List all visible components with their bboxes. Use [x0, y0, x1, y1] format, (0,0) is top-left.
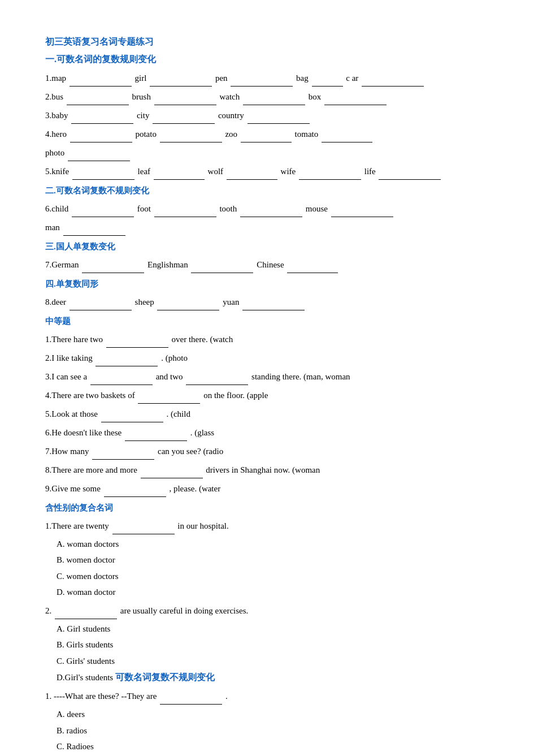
blank-sheep[interactable] [157, 300, 219, 310]
blank-zoo[interactable] [241, 132, 292, 142]
blank-photo[interactable] [68, 151, 130, 161]
blank-pen[interactable] [231, 76, 293, 87]
row3-country: country [218, 111, 244, 120]
blank-wife[interactable] [299, 170, 361, 180]
blank-man[interactable] [63, 226, 125, 236]
row7-german: 7.German [45, 260, 79, 269]
row6-mouse: mouse [306, 204, 328, 213]
blank-tooth[interactable] [240, 207, 302, 217]
blank-map[interactable] [70, 76, 132, 87]
blank-german[interactable] [82, 263, 144, 273]
gender2-d-text: D.Girl's students [57, 673, 115, 682]
row1-girl: girl [135, 74, 147, 83]
mid9-text: 9.Give me some [45, 484, 103, 493]
row5-life: life [364, 167, 376, 176]
main-title: 初三英语复习名词专题练习 [45, 34, 489, 50]
gender2-q-line: 2. are usually careful in doing exercise… [45, 602, 489, 619]
blank-child[interactable] [72, 207, 134, 217]
row2-brush: brush [132, 92, 151, 101]
blank-mid5[interactable] [101, 412, 163, 422]
gender1-a: A. woman doctors [57, 536, 489, 552]
row6-line: 6.child foot tooth mouse [45, 200, 489, 217]
blank-life[interactable] [379, 170, 441, 180]
blank-tomato[interactable] [322, 132, 372, 142]
mid3-text: 3.I can see a [45, 372, 89, 381]
row4-hero: 4.hero [45, 129, 67, 139]
irr1-q-dot: . [225, 692, 228, 701]
gender1-q-rest: in our hospital. [177, 521, 228, 530]
row8-sheep: sheep [135, 297, 154, 306]
row5-line: 5.knife leaf wolf wife life [45, 163, 489, 180]
mid4-text: 4.There are two baskets of [45, 391, 135, 400]
row4-zoo: zoo [225, 129, 237, 139]
blank-mid8[interactable] [141, 468, 203, 478]
row6b-line: man [45, 219, 489, 236]
blank-mid1[interactable] [106, 338, 168, 348]
blank-brush[interactable] [154, 95, 216, 105]
section1-title: 一.可数名词的复数规则变化 [45, 51, 489, 68]
blank-mid7[interactable] [92, 450, 154, 460]
blank-mid9[interactable] [104, 487, 166, 497]
blank-foot[interactable] [154, 207, 216, 217]
blank-baby[interactable] [71, 114, 133, 124]
blank-deer[interactable] [70, 300, 132, 310]
mid7-rest: can you see? (radio [158, 447, 223, 456]
irr1-a: A. deers [57, 706, 489, 723]
row7-line: 7.German Englishman Chinese [45, 256, 489, 273]
row3-line: 3.baby city country [45, 107, 489, 124]
row5-wife: wife [281, 167, 296, 176]
blank-hero[interactable] [70, 132, 132, 142]
mid5-rest: . (child [166, 409, 190, 418]
gender2-a: A. Girl students [57, 621, 489, 637]
blank-girl[interactable] [150, 76, 212, 87]
row8-yuan: yuan [223, 297, 239, 306]
gender1-b: B. women doctor [57, 552, 489, 568]
mid8-text: 8.There are more and more [45, 465, 140, 474]
blank-mid4[interactable] [138, 394, 200, 404]
mid6-text: 6.He doesn't like these [45, 428, 121, 437]
blank-chinese[interactable] [287, 263, 338, 273]
row5-wolf: wolf [208, 167, 224, 176]
irr1-c: C. Radioes [57, 738, 489, 755]
blank-bus[interactable] [67, 95, 129, 105]
row7-chinese: Chinese [257, 260, 284, 269]
blank-car[interactable] [362, 76, 424, 87]
blank-mid3b[interactable] [186, 375, 248, 385]
blank-potato[interactable] [160, 132, 222, 142]
blank-leaf[interactable] [154, 170, 205, 180]
row2-watch: watch [219, 92, 240, 101]
irr1-q-line: 1. ----What are these? --They are . [45, 688, 489, 705]
gender2-d: D.Girl's students 可数名词复数不规则变化 [57, 669, 489, 686]
blank-bag[interactable] [312, 76, 343, 87]
irregular-subtitle: 可数名词复数不规则变化 [115, 672, 215, 682]
gender2-c: C. Girls' students [57, 653, 489, 669]
row4b-line: photo [45, 144, 489, 161]
gender2-q-text: 2. [45, 606, 51, 615]
blank-watch[interactable] [243, 95, 305, 105]
blank-yuan[interactable] [242, 300, 305, 310]
blank-mid6[interactable] [125, 431, 187, 441]
row4-line: 4.hero potato zoo tomato [45, 126, 489, 142]
blank-irr1[interactable] [160, 694, 222, 705]
gender2-q-rest: are usually careful in doing exercises. [120, 606, 249, 615]
blank-mid3a[interactable] [90, 375, 153, 385]
row2-line: 2.bus brush watch box [45, 88, 489, 105]
mid2-text: 2.I like taking [45, 353, 94, 362]
mid-title: 中等题 [45, 314, 489, 329]
blank-box[interactable] [324, 95, 387, 105]
mid7-text: 7.How many [45, 447, 91, 456]
mid3-line: 3.I can see a and two standing there. (m… [45, 368, 489, 385]
blank-country[interactable] [248, 114, 310, 124]
mid1-rest: over there. (watch [172, 335, 233, 344]
mid2-rest: . (photo [161, 353, 188, 362]
blank-englishman[interactable] [191, 263, 253, 273]
blank-wolf[interactable] [227, 170, 277, 180]
blank-gender1[interactable] [112, 524, 175, 534]
section4-title: 四.单复数同形 [45, 277, 489, 292]
blank-gender2[interactable] [55, 609, 117, 619]
blank-city[interactable] [153, 114, 215, 124]
blank-mouse[interactable] [331, 207, 393, 217]
blank-knife[interactable] [72, 170, 134, 180]
row8-line: 8.deer sheep yuan [45, 293, 489, 310]
blank-mid2[interactable] [95, 356, 158, 366]
